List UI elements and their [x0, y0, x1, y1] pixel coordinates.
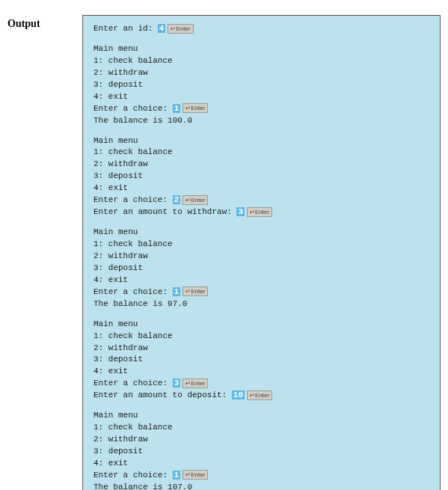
- menu-title: Main menu: [93, 410, 429, 422]
- prompt-choice: Enter a choice:: [93, 379, 173, 388]
- input-amount: 3: [236, 207, 245, 216]
- input-id: 4: [158, 24, 166, 33]
- menu-title: Main menu: [93, 227, 429, 239]
- menu-option: 4: exit: [93, 91, 429, 103]
- menu-option: 1: check balance: [93, 147, 429, 159]
- menu-option: 2: withdraw: [93, 251, 429, 263]
- menu-option: 3: deposit: [93, 354, 429, 366]
- input-choice: 1: [173, 287, 181, 296]
- enter-key-icon: ↵Enter: [168, 24, 193, 34]
- balance-text: The balance is: [93, 299, 168, 308]
- menu-option: 3: deposit: [93, 79, 429, 91]
- enter-key-icon: ↵Enter: [247, 207, 272, 217]
- console-output: Enter an id: 4↵Enter Main menu 1: check …: [82, 15, 441, 490]
- menu-option: 1: check balance: [93, 239, 429, 251]
- enter-key-icon: ↵Enter: [182, 195, 208, 205]
- menu-option: 2: withdraw: [93, 159, 429, 171]
- menu-option: 1: check balance: [93, 422, 429, 434]
- menu-title: Main menu: [93, 135, 429, 147]
- prompt-deposit: Enter an amount to deposit:: [93, 391, 232, 399]
- menu-option: 2: withdraw: [93, 343, 429, 355]
- input-choice: 1: [173, 471, 181, 480]
- prompt-enter-id: Enter an id:: [93, 24, 158, 33]
- menu-option: 4: exit: [93, 183, 429, 195]
- input-choice: 2: [173, 195, 181, 204]
- balance-text: The balance is: [93, 483, 168, 490]
- input-amount: 10: [232, 391, 245, 399]
- balance-value: 100.0: [168, 116, 192, 125]
- prompt-choice: Enter a choice:: [93, 195, 173, 204]
- menu-option: 1: check balance: [93, 55, 429, 67]
- menu-title: Main menu: [93, 319, 429, 331]
- menu-option: 2: withdraw: [93, 67, 429, 79]
- enter-key-icon: ↵Enter: [182, 470, 208, 480]
- menu-option: 1: check balance: [93, 331, 429, 343]
- input-choice: 1: [173, 104, 181, 113]
- enter-key-icon: ↵Enter: [247, 391, 272, 400]
- prompt-choice: Enter a choice:: [93, 287, 173, 296]
- input-choice: 3: [173, 379, 181, 388]
- enter-key-icon: ↵Enter: [182, 103, 208, 113]
- prompt-choice: Enter a choice:: [93, 471, 173, 480]
- prompt-withdraw: Enter an amount to withdraw:: [93, 207, 236, 216]
- menu-option: 4: exit: [93, 275, 429, 287]
- menu-option: 3: deposit: [93, 263, 429, 275]
- balance-value: 107.0: [168, 483, 192, 490]
- enter-key-icon: ↵Enter: [182, 379, 208, 388]
- menu-option: 3: deposit: [93, 446, 429, 458]
- menu-option: 4: exit: [93, 366, 429, 378]
- balance-text: The balance is: [93, 116, 168, 125]
- prompt-choice: Enter a choice:: [93, 104, 173, 113]
- output-label: Output: [7, 15, 67, 30]
- menu-option: 4: exit: [93, 458, 429, 470]
- balance-value: 97.0: [168, 299, 187, 308]
- menu-option: 3: deposit: [93, 171, 429, 183]
- menu-title: Main menu: [93, 43, 429, 55]
- enter-key-icon: ↵Enter: [182, 287, 208, 296]
- menu-option: 2: withdraw: [93, 434, 429, 446]
